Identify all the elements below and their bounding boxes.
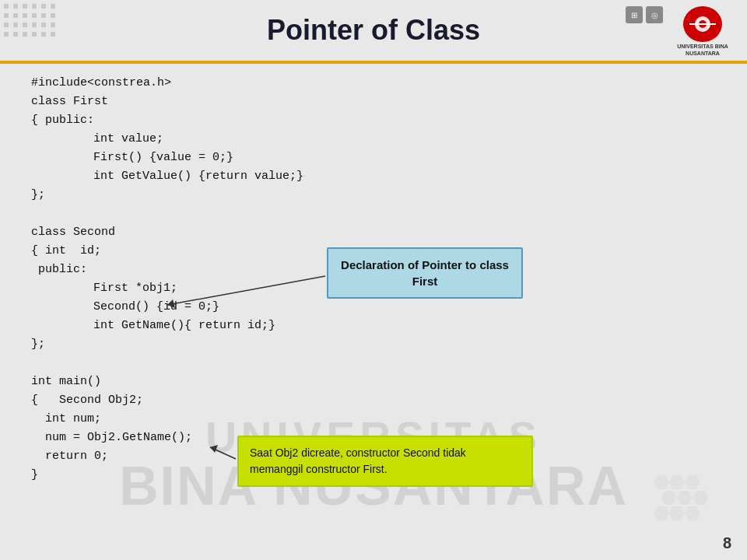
code-line-6: int GetValue() {return value;} — [31, 167, 303, 186]
code-line-10: public: — [31, 261, 303, 279]
page-number: 8 — [723, 534, 731, 552]
code-line-13: int GetName(){ return id;} — [31, 317, 303, 335]
callout-green-text: Saat Obj2 dicreate, constructor Second t… — [250, 446, 466, 475]
orange-accent-line — [0, 61, 747, 64]
svg-marker-8 — [654, 475, 669, 489]
code-line-8: class Second — [31, 223, 303, 242]
slide-page: ⊞ ◎ UNIVERSITAS BINA NUSANTARA Pointer o… — [0, 0, 747, 560]
svg-marker-9 — [669, 475, 685, 489]
svg-marker-14 — [654, 506, 669, 520]
svg-marker-11 — [661, 491, 677, 505]
code-line-11: First *obj1; — [31, 279, 303, 298]
code-line-5: First() {value = 0;} — [31, 149, 303, 167]
code-block: #include<constrea.h> class First { publi… — [31, 74, 303, 485]
svg-marker-12 — [677, 491, 693, 505]
code-line-4: int value; — [31, 130, 303, 149]
callout-declaration: Declaration of Pointer to class First — [327, 247, 523, 299]
hex-pattern-bottomright — [646, 471, 724, 537]
page-title: Pointer of Class — [0, 14, 747, 47]
code-line-17: int num; — [31, 410, 303, 429]
code-line-blank1 — [31, 205, 303, 223]
svg-marker-15 — [669, 506, 685, 520]
svg-marker-13 — [693, 491, 708, 505]
code-line-3: { public: — [31, 111, 303, 130]
code-line-1: #include<constrea.h> — [31, 74, 303, 93]
code-line-16: { Second Obj2; — [31, 391, 303, 410]
code-line-9: { int id; — [31, 242, 303, 261]
svg-marker-16 — [685, 506, 700, 520]
callout-declaration-text: Declaration of Pointer to class First — [341, 258, 509, 288]
code-line-7: }; — [31, 186, 303, 205]
code-line-12: Second() {id = 0;} — [31, 298, 303, 317]
code-line-14: }; — [31, 335, 303, 354]
code-line-15: int main() — [31, 373, 303, 391]
svg-marker-10 — [685, 475, 700, 489]
code-line-blank2 — [31, 354, 303, 373]
callout-green: Saat Obj2 dicreate, constructor Second t… — [237, 436, 533, 487]
code-line-2: class First — [31, 93, 303, 111]
